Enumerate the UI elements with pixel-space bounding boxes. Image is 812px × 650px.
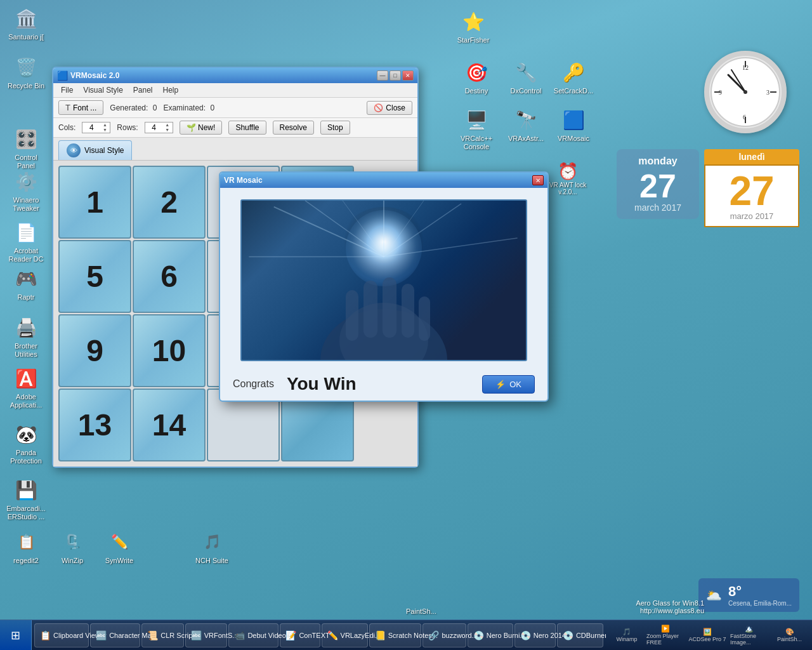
nch-icon: 🎵: [199, 529, 225, 555]
desktop-icon-brother[interactable]: 🖨️ Brother Utilities: [3, 312, 49, 361]
dialog-titlebar: VR Mosaic ✕: [220, 173, 547, 188]
taskbar-item-vrlazy[interactable]: ✏️ VRLazyEdi...: [322, 623, 368, 647]
nch-label: NCH Suite: [195, 557, 228, 565]
nero-burn-taskbar-icon: 💿: [473, 630, 484, 640]
desktop-icon-panda[interactable]: 🐼 Panda Protection: [3, 419, 49, 468]
cell-5[interactable]: 5: [58, 240, 131, 313]
eye-icon: 👁: [67, 143, 81, 157]
tray-acdsee[interactable]: 🖼️ ACDSee Pro 7: [688, 628, 726, 642]
visual-style-tab[interactable]: 👁 Visual Style: [58, 140, 132, 160]
desktop-icon-acrobat[interactable]: 📄 Acrobat Reader DC: [3, 217, 49, 266]
rows-input[interactable]: [145, 123, 163, 132]
aero-glass-label: Aero Glass for Win8.1 http://www.glass8.…: [636, 599, 704, 614]
menu-file[interactable]: File: [56, 84, 78, 96]
weather-temp: 8°: [728, 583, 792, 600]
cols-input[interactable]: [82, 123, 100, 132]
desktop-icon-vrmosaic[interactable]: 🟦 VRMosaic: [551, 105, 596, 145]
vrmosaic-maximize-btn[interactable]: □: [390, 70, 401, 81]
shuffle-button[interactable]: Shuffle: [228, 121, 266, 135]
font-button[interactable]: T Font ...: [58, 100, 103, 115]
desktop-icon-raptr[interactable]: 🎮 Raptr: [3, 263, 49, 304]
desktop-icon-destiny[interactable]: 🎯 Destiny: [454, 57, 499, 98]
nero2014-taskbar-icon: 💿: [520, 630, 531, 640]
cell-1[interactable]: 1: [58, 166, 131, 239]
cell-9[interactable]: 9: [58, 314, 131, 387]
taskbar-item-scratch[interactable]: 📒 Scratch Notes...: [369, 623, 422, 647]
desktop-icon-adobe[interactable]: 🅰️ Adobe Applicati...: [3, 363, 49, 412]
vrmosaic-close-btn[interactable]: ✕: [402, 70, 414, 81]
desktop-icon-winaero[interactable]: ⚙️ Winaero Tweaker: [3, 166, 49, 215]
taskbar-item-charmap[interactable]: 🔤 Character Map: [90, 623, 140, 647]
rows-spinbox[interactable]: ▲ ▼: [145, 122, 173, 133]
desktop-icon-synwrite[interactable]: ✏️ SynWrite: [96, 527, 142, 567]
desktop-icon-setcrack[interactable]: 🔑 SetCrackD...: [551, 57, 596, 98]
svg-text:6: 6: [743, 114, 746, 121]
examinated-label: Examinated: 0: [163, 103, 214, 112]
tray-winamp[interactable]: 🎵 Winamp: [611, 628, 643, 642]
toolbar-close-button[interactable]: 🚫 Close: [367, 101, 412, 115]
rows-arrows[interactable]: ▲ ▼: [163, 123, 172, 133]
desktop-icon-starfisher[interactable]: ⭐ StarFisher: [450, 6, 496, 47]
desktop-icon-vrax[interactable]: 🔭 VRAxAstr...: [503, 105, 549, 145]
synwrite-label: SynWrite: [105, 557, 133, 565]
winaero-label: Winaero Tweaker: [6, 196, 46, 213]
rows-down[interactable]: ▼: [163, 128, 172, 133]
taskbar-item-vrfonts[interactable]: 🔤 VRFontS...: [185, 623, 228, 647]
day-month: march 2017: [623, 202, 693, 213]
taskbar-item-buzzword[interactable]: 🔗 buzzword...: [422, 623, 466, 647]
tray-zoom[interactable]: ▶️ Zoom Player FREE: [646, 625, 684, 646]
destiny-label: Destiny: [465, 87, 488, 95]
desktop-icon-vrcalc[interactable]: 🖥️ VRCalc++ Console: [454, 105, 499, 154]
rows-up[interactable]: ▲: [163, 123, 172, 128]
taskbar-item-nero-burn[interactable]: 💿 Nero Burni...: [468, 623, 513, 647]
cell-14[interactable]: 14: [133, 388, 206, 461]
taskbar-item-context[interactable]: 📝 ConTEXT: [280, 623, 320, 647]
desktop-icon-control-panel[interactable]: 🎛️ Control Panel: [3, 124, 49, 173]
tray-paintsh[interactable]: 🎨 PaintSh...: [772, 628, 807, 642]
cols-arrows[interactable]: ▲ ▼: [100, 123, 109, 133]
menu-help[interactable]: Help: [158, 84, 184, 96]
start-button[interactable]: ⊞: [0, 620, 32, 650]
cell-13[interactable]: 13: [58, 388, 131, 461]
vrmosaic-tabs: 👁 Visual Style: [53, 138, 417, 161]
taskbar-item-clipboard[interactable]: 📋 Clipboard Viewer: [34, 623, 89, 647]
vrmosaic-menubar: File Visual Style Panel Help: [53, 83, 417, 98]
cell-10[interactable]: 10: [133, 314, 206, 387]
cols-spinbox[interactable]: ▲ ▼: [82, 122, 110, 133]
day-name: monday: [623, 156, 693, 167]
desktop-icon-santuario[interactable]: 🏛️ Santuario j[: [3, 3, 49, 44]
stop-button[interactable]: Stop: [320, 121, 350, 135]
taskbar-item-cdburner[interactable]: 💿 CDBurnerXP: [557, 623, 603, 647]
brother-icon: 🖨️: [13, 315, 39, 340]
ok-button[interactable]: ⚡ OK: [482, 375, 535, 394]
desktop-icon-regedit2[interactable]: 📋 regedit2: [3, 527, 49, 567]
aero-glass-line1: Aero Glass for Win8.1: [636, 599, 704, 607]
cell-6[interactable]: 6: [133, 240, 206, 313]
resolve-button[interactable]: Resolve: [273, 121, 314, 135]
desktop-icon-embarcadero[interactable]: 💾 Embarcadi... ERStudio ...: [3, 475, 49, 524]
vrmosaic-small-icon: 🟦: [561, 107, 586, 133]
menu-panel[interactable]: Panel: [128, 84, 158, 96]
dialog-close-btn[interactable]: ✕: [532, 175, 544, 185]
clr-taskbar-icon: 📜: [147, 630, 158, 640]
desktop-icon-winzip[interactable]: 🗜️ WinZip: [49, 527, 95, 567]
acrobat-label: Acrobat Reader DC: [6, 247, 46, 263]
raptr-label: Raptr: [18, 293, 35, 302]
taskbar-item-debut[interactable]: 📹 Debut Video ...: [228, 623, 278, 647]
vrmosaic-minimize-btn[interactable]: —: [377, 70, 388, 81]
taskbar-item-clr[interactable]: 📜 CLR Script: [141, 623, 183, 647]
font-icon: T: [65, 103, 70, 112]
tray-faststone[interactable]: 🏔️ FastStone Image...: [730, 625, 768, 646]
cols-up[interactable]: ▲: [100, 123, 109, 128]
desktop-icon-recycle-bin[interactable]: 🗑️ Recycle Bin: [3, 52, 49, 93]
congrats-text: Congrats: [233, 378, 274, 390]
new-button[interactable]: 🌱 New!: [180, 121, 223, 135]
menu-visual-style[interactable]: Visual Style: [78, 84, 128, 96]
desktop-icon-dxcontrol[interactable]: 🔧 DxControl: [503, 57, 549, 98]
taskbar-item-nero2014[interactable]: 💿 Nero 2014: [514, 623, 556, 647]
vrmosaic-title: 🟦 VRMosaic 2.0: [57, 70, 119, 81]
cell-2[interactable]: 2: [133, 166, 206, 239]
embarcadero-icon: 💾: [13, 477, 39, 503]
desktop-icon-nch[interactable]: 🎵 NCH Suite: [189, 527, 235, 567]
cols-down[interactable]: ▼: [100, 128, 109, 133]
